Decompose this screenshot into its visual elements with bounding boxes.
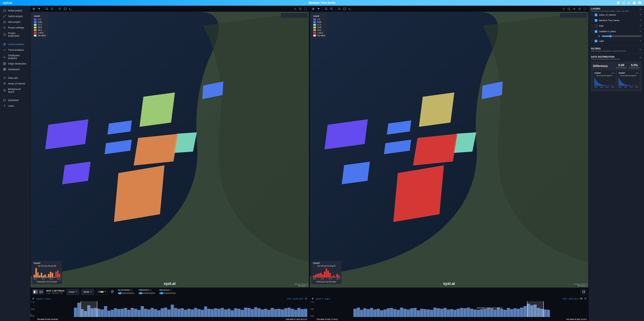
box-tool[interactable]: [342, 6, 347, 11]
info-icon[interactable]: i: [130, 289, 132, 291]
sidebar-item-project-settings[interactable]: Project settings: [0, 25, 30, 30]
layer-expand-icon[interactable]: [639, 19, 642, 22]
timeline-selection[interactable]: [527, 301, 544, 317]
timeline-agg-dropdown[interactable]: Avg: [325, 298, 330, 300]
rect-sub-tool[interactable]: [50, 6, 54, 11]
layer-brightness-slider[interactable]: [591, 34, 642, 38]
rect-add-tool[interactable]: [324, 6, 328, 11]
size-scale-slider[interactable]: SIZE SCALE i: [159, 289, 176, 295]
share-icon[interactable]: [622, 1, 625, 4]
map-search-input[interactable]: [561, 14, 588, 17]
sidebar-item-data-sets[interactable]: Data sets: [0, 75, 30, 81]
sidebar-item-areas-of-interest[interactable]: Areas of interest: [0, 81, 30, 86]
help-icon[interactable]: [632, 1, 636, 4]
layout-single-button[interactable]: [38, 290, 44, 294]
map-canvas[interactable]: count ≤ 08.6017.225.834.4≥ 43.0No value …: [310, 12, 588, 288]
colormap-dropdown[interactable]: [96, 289, 108, 295]
timeline-tz-dropdown[interactable]: UTC - (UTC 0): [287, 298, 304, 300]
area-polygon[interactable]: [419, 92, 454, 127]
timeline-tz-dropdown[interactable]: UTC - (UTC 0): [562, 298, 579, 300]
close-tool[interactable]: [572, 6, 576, 11]
map-search[interactable]: [281, 13, 308, 18]
refresh-tool[interactable]: [337, 6, 342, 11]
drag-handle-icon[interactable]: [591, 13, 593, 16]
redo-tool[interactable]: [68, 6, 73, 11]
rect-sub-tool[interactable]: [329, 6, 334, 11]
layer-checkbox[interactable]: [595, 25, 598, 27]
layers-collapse-button[interactable]: [639, 8, 642, 11]
area-polygon[interactable]: [114, 165, 164, 222]
fullscreen-tool[interactable]: [303, 6, 308, 11]
redo-tool[interactable]: [348, 6, 352, 11]
fullscreen-tool[interactable]: [582, 6, 587, 11]
timeline-agg-dropdown[interactable]: Avg: [45, 298, 51, 300]
layer-checkbox[interactable]: [595, 30, 598, 33]
list-tool[interactable]: [561, 6, 566, 11]
layer-checkbox[interactable]: [595, 40, 598, 42]
map-search-input[interactable]: [282, 14, 309, 17]
drag-handle-icon[interactable]: [591, 19, 593, 22]
timeline-settings-icon[interactable]: [584, 297, 587, 301]
refresh-tool[interactable]: [57, 6, 62, 11]
box-tool[interactable]: [63, 6, 68, 11]
map-search[interactable]: [560, 13, 587, 18]
drag-handle-icon[interactable]: [591, 30, 593, 33]
sidebar-item-visual-analytics[interactable]: Visual analytics: [0, 41, 30, 47]
chart-menu-icon[interactable]: •••: [636, 72, 638, 74]
sidebar-item-trend-analytics[interactable]: Trend analytics: [0, 47, 30, 53]
cursor-tool[interactable]: [37, 6, 42, 11]
grid-button[interactable]: [580, 289, 587, 295]
chart-menu-icon[interactable]: •••: [612, 72, 614, 74]
rect-add-tool[interactable]: [44, 6, 49, 11]
sidebar-item-project-bookmarks[interactable]: Project bookmarks: [0, 30, 30, 38]
search-tool[interactable]: [566, 6, 571, 11]
palette-button[interactable]: [110, 289, 116, 295]
drag-handle-icon[interactable]: [591, 39, 593, 42]
timeline-selection[interactable]: [81, 301, 98, 317]
link-tool[interactable]: [577, 6, 582, 11]
layer-expand-icon[interactable]: [639, 30, 642, 33]
sidebar-item-new-project[interactable]: New project: [0, 19, 30, 25]
cursor-tool[interactable]: [316, 6, 321, 11]
timeline-play-button[interactable]: [312, 297, 314, 300]
filters-expand-button[interactable]: [639, 48, 642, 51]
timeline-metric-dropdown[interactable]: count: [36, 298, 44, 300]
move-tool[interactable]: [311, 6, 316, 11]
sidebar-item-dashboard[interactable]: Dashboard: [0, 66, 30, 72]
layer-checkbox[interactable]: [595, 19, 598, 22]
drag-handle-icon[interactable]: [591, 24, 593, 27]
sidebar-item-background-layers[interactable]: Background layers: [0, 86, 30, 94]
threshold-slider[interactable]: THRESHOLD i: [138, 289, 155, 295]
area-polygon[interactable]: [413, 134, 457, 165]
layer-expand-icon[interactable]: [639, 24, 642, 27]
area-polygon[interactable]: [342, 162, 370, 184]
timeline-chart[interactable]: 7.135.834.53 MON MAR 22 2021 04:03:48 5.…: [310, 301, 588, 321]
metric-dropdown[interactable]: count: [66, 289, 79, 295]
info-icon[interactable]: i: [170, 289, 172, 291]
sidebar-item-switch-project[interactable]: Switch project: [0, 13, 30, 19]
layer-expand-icon[interactable]: [639, 39, 642, 42]
sidebar-item-active-project[interactable]: Active project: [0, 8, 30, 13]
distribution-collapse-button[interactable]: [639, 56, 642, 59]
value-range-slider[interactable]: VALUE RANGE i: [118, 289, 134, 295]
list-tool[interactable]: [292, 6, 297, 11]
mode-dropdown[interactable]: Mode: [81, 289, 94, 295]
timeline-play-button[interactable]: [32, 297, 34, 300]
bookmark-icon[interactable]: [616, 1, 620, 4]
area-polygon[interactable]: [62, 162, 90, 184]
area-polygon[interactable]: [134, 134, 178, 165]
area-polygon[interactable]: [393, 165, 444, 222]
timeline-visibility-icon[interactable]: [580, 297, 582, 301]
move-tool[interactable]: [32, 6, 36, 11]
map-canvas[interactable]: count ≤ 08.6017.225.834.4≥ 43.0No value …: [30, 12, 309, 288]
timeline-chart[interactable]: 7.135.834.53 FRI MAR 05 2021 00:00:00SUN…: [30, 301, 309, 321]
layer-expand-icon[interactable]: [639, 13, 642, 16]
area-polygon[interactable]: [140, 92, 175, 127]
settings-icon[interactable]: [627, 1, 630, 4]
sidebar-item-distribution-analytics[interactable]: Distribution analytics: [0, 53, 30, 61]
timeline-settings-icon[interactable]: [304, 297, 307, 301]
info-icon[interactable]: i: [150, 289, 152, 291]
sidebar-item-origin-destination[interactable]: Origin destination: [0, 61, 30, 66]
layout-split-button[interactable]: [33, 290, 38, 294]
sidebar-item-quickstart[interactable]: Quickstart: [0, 97, 30, 103]
